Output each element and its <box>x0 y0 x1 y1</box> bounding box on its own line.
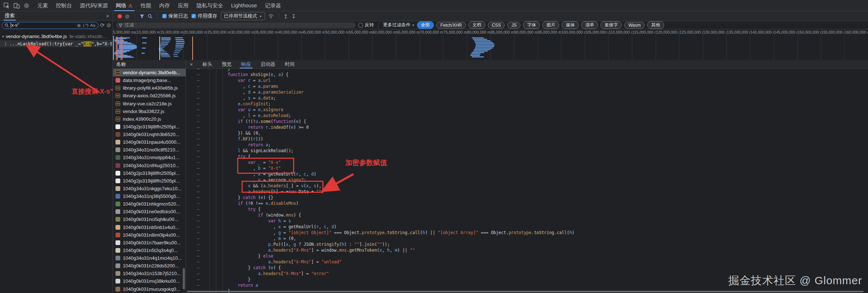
clear-input-icon[interactable]: ⊗ <box>77 23 81 28</box>
tab-源代码/来源[interactable]: 源代码/来源 <box>76 0 112 11</box>
table-row[interactable]: 1040g0k031nhkgmcn520... <box>113 200 186 208</box>
search-result-file[interactable]: ▾ vendor-dynamic.3bd0e4be.js fe-static.x… <box>0 32 113 40</box>
table-row[interactable]: 1040g34o31n153b7j5210... <box>113 270 186 277</box>
table-row[interactable]: 1040g0k031npaui4u5000... <box>113 138 186 146</box>
device-toolbar-icon[interactable] <box>14 3 20 9</box>
table-row[interactable]: 1040g34o31nmotpp64u1... <box>113 154 186 161</box>
table-row[interactable]: <>vendor-dynamic.3bd0e4b... <box>113 69 186 76</box>
extension-icon[interactable] <box>23 3 30 9</box>
table-row[interactable]: <>index.43900c20.js <box>113 115 186 123</box>
chip-全部[interactable]: 全部 <box>417 21 434 29</box>
chip-JS[interactable]: JS <box>507 22 520 29</box>
chip-其他[interactable]: 其他 <box>647 21 664 29</box>
export-har-icon[interactable]: ↧ <box>291 14 296 19</box>
chip-图片[interactable]: 图片 <box>542 21 559 29</box>
tab-预览[interactable]: 预览 <box>217 60 236 68</box>
record-icon[interactable] <box>118 14 122 18</box>
table-row[interactable]: 1040g34o31nkggc7eku10... <box>113 185 186 192</box>
expand-arrow-icon[interactable]: ▾ <box>2 34 4 38</box>
table-row[interactable]: <>library-axios.0d225586.js <box>113 92 186 99</box>
tab-Lighthouse[interactable]: Lighthouse <box>227 0 261 11</box>
tab-控制台[interactable]: 控制台 <box>52 0 76 11</box>
network-overview[interactable]: 5,000,000 ms10,000,000 ms15,000,000 ms20… <box>113 29 868 60</box>
tab-性能[interactable]: 性能 <box>137 0 155 11</box>
import-har-icon[interactable]: ↥ <box>284 14 288 19</box>
table-row[interactable]: 1040g0k031nci5qhlku00... <box>113 215 186 223</box>
table-row[interactable]: 1040g0k031mucuogokq0... <box>113 285 186 293</box>
disable-cache-checkbox[interactable]: ✓停用缓存 <box>192 13 217 19</box>
network-search-icon[interactable] <box>148 14 152 19</box>
table-row[interactable]: 1040g2jo319ijl8ffn2505pl... <box>113 177 186 185</box>
tab-元素[interactable]: 元素 <box>33 0 52 11</box>
table-row[interactable]: 1040g2jo319ijl8ffn2505pl... <box>113 169 186 177</box>
horizontal-scrollbar[interactable] <box>187 291 864 292</box>
search-input[interactable]: x-s" ⊗ (.*) Aa <box>2 22 98 29</box>
chip-清单[interactable]: 清单 <box>581 21 598 29</box>
chip-套接字[interactable]: 套接字 <box>600 21 622 29</box>
table-row[interactable]: 1040g0k031nqhh3b6520... <box>113 131 186 138</box>
table-row[interactable]: <>library-vue.ca2c218e.js <box>113 100 186 108</box>
match-case-toggle[interactable]: Aa <box>90 23 95 27</box>
inspect-icon[interactable] <box>4 3 10 9</box>
tab-响应[interactable]: 响应 <box>237 60 255 68</box>
throttling-select[interactable]: 已停用节流模式 ▾ <box>221 12 265 20</box>
clear-network-icon[interactable]: ⊘ <box>125 14 130 19</box>
table-row[interactable]: <>vendor.9ba33622.js <box>113 108 186 115</box>
chip-文档[interactable]: 文档 <box>469 21 485 29</box>
table-row[interactable]: <>library-polyfill.e430e85b.js <box>113 84 186 92</box>
refresh-icon[interactable]: ⟳ <box>100 22 105 29</box>
table-row[interactable]: 1040g0k031n5t2q3s4q0... <box>113 247 186 254</box>
network-conditions-icon[interactable] <box>268 14 274 19</box>
tab-应用[interactable]: 应用 <box>174 0 193 11</box>
script-file-icon: <> <box>115 109 120 114</box>
table-row[interactable]: 1040g34o31nj36ij5500g5... <box>113 192 186 200</box>
overview-selection-handle[interactable] <box>113 36 114 60</box>
tab-标头[interactable]: 标头 <box>198 60 217 68</box>
tab-隐私与安全[interactable]: 隐私与安全 <box>193 0 227 11</box>
filter-icon[interactable] <box>140 14 144 19</box>
name-column-header[interactable]: 名称 <box>113 60 186 69</box>
table-row[interactable]: 1040g34o31n4q1mci4q10... <box>113 254 186 262</box>
table-row[interactable]: 1040g34o31nlf4ug25010... <box>113 162 186 169</box>
table-row[interactable]: data:image/png;base... <box>113 76 186 84</box>
chip-Wasm[interactable]: Wasm <box>624 22 645 29</box>
clear-results-icon[interactable]: ⊘ <box>106 22 111 29</box>
table-row[interactable]: 1040g0k031n22tlds5200... <box>113 262 186 270</box>
chip-媒体[interactable]: 媒体 <box>562 21 579 29</box>
code-line: } catch (e) { <box>186 265 868 271</box>
table-row[interactable]: 1040g0k031n7baer9ku00... <box>113 239 186 247</box>
table-row[interactable]: 1040g0k031n8im0lp4s00... <box>113 231 186 239</box>
overview-bar <box>141 53 145 54</box>
regex-toggle[interactable]: (.*) <box>83 23 88 27</box>
tab-时间[interactable]: 时间 <box>280 60 299 68</box>
preserve-log-checkbox[interactable]: ✓保留日志 <box>162 13 188 19</box>
chip-Fetch/XHR[interactable]: Fetch/XHR <box>436 22 466 29</box>
close-detail-icon[interactable]: × <box>190 61 193 67</box>
response-code-viewer[interactable]: }function xhsSign(e, a) { var r = a.url … <box>186 69 868 293</box>
chip-字体[interactable]: 字体 <box>523 21 540 29</box>
request-name: 1040g34o31nmotpp64u1... <box>123 155 179 160</box>
tab-网络[interactable]: 网络⚠ <box>112 0 137 11</box>
chip-CSS[interactable]: CSS <box>488 22 505 29</box>
request-name: library-axios.0d225586.js <box>123 93 176 98</box>
request-name: 1040g0k031n5t2q3s4q0... <box>123 248 178 253</box>
table-row[interactable]: 1040g0k031ne0edfcks00... <box>113 208 186 215</box>
tab-内存[interactable]: 内存 <box>155 0 174 11</box>
table-row[interactable]: 1040g2jo319ijl8ffn2505pl... <box>113 123 186 131</box>
search-result-line[interactable]: 1 ...nLackReload():try{var _="X-s",b="X-… <box>0 40 113 47</box>
tab-启动器[interactable]: 启动器 <box>256 60 280 68</box>
overview-bar <box>142 48 146 49</box>
request-list-scrollbar[interactable] <box>183 268 185 289</box>
filter-input[interactable]: 过滤 <box>116 22 356 28</box>
close-icon[interactable]: × <box>106 13 109 19</box>
table-row[interactable]: 1040g0k031nb5nb1v4u0... <box>113 223 186 231</box>
tab-记录器[interactable]: 记录器 <box>261 0 285 11</box>
overview-bar <box>175 37 183 38</box>
code-line: } catch (e) {} <box>186 195 868 200</box>
search-panel-title: 搜索 <box>4 11 16 20</box>
invert-checkbox[interactable]: 反转 <box>359 22 374 28</box>
code-line: , m = (0, <box>186 236 868 241</box>
more-filters-button[interactable]: 更多过滤条件 ▾ <box>383 22 414 28</box>
table-row[interactable]: 1040g34o31no0lc8f5210... <box>113 146 186 154</box>
table-row[interactable]: 1040g0k031mvj38krku00... <box>113 277 186 285</box>
